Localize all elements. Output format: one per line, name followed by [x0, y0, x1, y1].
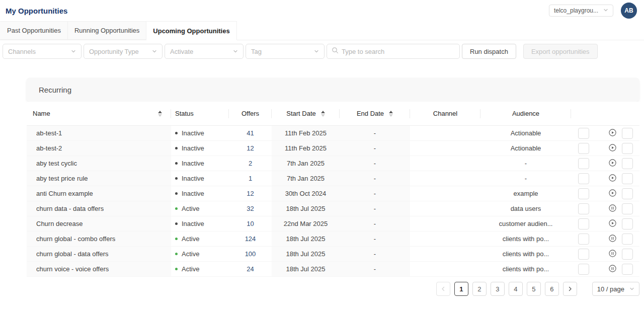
end-date: -: [374, 129, 376, 137]
edit-button[interactable]: [578, 143, 589, 154]
start-date: 18th Jul 2025: [286, 265, 325, 273]
delete-button[interactable]: [593, 218, 604, 229]
run-dispatch-button[interactable]: Run dispatch: [462, 44, 516, 59]
toggle-run-button[interactable]: [607, 173, 618, 184]
opportunities-table: NameStatusOffersStart DateEnd DateChanne…: [27, 102, 639, 277]
page-size-label: 10 / page: [597, 285, 624, 293]
play-circle-icon: [609, 219, 616, 228]
toggle-run-button[interactable]: [607, 249, 618, 260]
toggle-run-button[interactable]: [607, 234, 618, 245]
delete-button[interactable]: [593, 234, 604, 245]
export-opportunities-button: Export opportunities: [523, 44, 598, 59]
delete-button[interactable]: [593, 128, 604, 139]
audience-label: data users: [511, 205, 541, 212]
edit-button[interactable]: [578, 218, 589, 229]
sort-carets-icon[interactable]: [321, 111, 325, 117]
pagination-page-3[interactable]: 3: [491, 282, 505, 296]
offers-count: 41: [247, 129, 254, 137]
duplicate-button[interactable]: [622, 203, 633, 214]
start-date: 18th Jul 2025: [286, 205, 325, 212]
delete-button[interactable]: [593, 143, 604, 154]
edit-button[interactable]: [578, 188, 589, 199]
pagination-page-2[interactable]: 2: [472, 282, 487, 296]
end-date: -: [374, 190, 376, 197]
edit-button[interactable]: [578, 203, 589, 214]
pagination-page-5[interactable]: 5: [527, 282, 541, 296]
edit-button[interactable]: [578, 264, 589, 275]
duplicate-button[interactable]: [622, 234, 633, 245]
edit-button[interactable]: [578, 128, 589, 139]
delete-button[interactable]: [593, 264, 604, 275]
opportunity-name: anti Churn example: [36, 190, 93, 197]
audience-label: Actionable: [511, 144, 541, 152]
pagination-prev-button[interactable]: [436, 282, 450, 296]
search-input[interactable]: [342, 48, 455, 55]
end-date: -: [374, 205, 376, 212]
chevron-down-icon: [603, 7, 608, 14]
toggle-run-button[interactable]: [607, 264, 618, 275]
sort-descending-caret-icon: [158, 114, 162, 117]
delete-button[interactable]: [593, 173, 604, 184]
offers-count: 32: [247, 205, 254, 212]
column-header-name[interactable]: Name: [27, 102, 171, 125]
play-circle-icon: [609, 129, 616, 138]
opportunity-name: churn global - data offers: [36, 250, 109, 258]
pagination-page-6[interactable]: 6: [545, 282, 559, 296]
delete-button[interactable]: [593, 203, 604, 214]
tab-running-opportunities[interactable]: Running Opportunities: [68, 21, 146, 40]
opportunity-name: aby test cyclic: [36, 160, 77, 167]
tab-bar: Past OpportunitiesRunning OpportunitiesU…: [0, 21, 644, 40]
filter-select-activate[interactable]: Activate: [165, 44, 244, 59]
audience-label: -: [525, 175, 527, 182]
duplicate-button[interactable]: [622, 249, 633, 260]
start-date: 18th Jul 2025: [286, 235, 325, 243]
duplicate-button[interactable]: [622, 218, 633, 229]
duplicate-button[interactable]: [622, 173, 633, 184]
pagination-page-4[interactable]: 4: [509, 282, 523, 296]
end-date: -: [374, 175, 376, 182]
sort-carets-icon[interactable]: [389, 111, 393, 117]
filter-select-tag[interactable]: Tag: [246, 44, 325, 59]
page-size-select[interactable]: 10 / page: [592, 282, 639, 296]
audience-label: Actionable: [511, 129, 541, 137]
pagination-page-1[interactable]: 1: [454, 282, 468, 296]
filter-select-opportunity-type[interactable]: Opportunity Type: [84, 44, 163, 59]
filter-select-channels[interactable]: Channels: [3, 44, 82, 59]
status-label: Active: [182, 265, 199, 273]
pause-circle-icon: [609, 265, 616, 274]
toggle-run-button[interactable]: [607, 203, 618, 214]
audience-label: example: [513, 190, 538, 197]
sort-ascending-caret-icon: [158, 111, 162, 113]
duplicate-button[interactable]: [622, 158, 633, 169]
tab-past-opportunities[interactable]: Past Opportunities: [0, 21, 68, 40]
opportunity-name: aby test price rule: [36, 175, 88, 182]
toggle-run-button[interactable]: [607, 218, 618, 229]
delete-button[interactable]: [593, 249, 604, 260]
toggle-run-button[interactable]: [607, 158, 618, 169]
edit-button[interactable]: [578, 249, 589, 260]
start-date: 7th Jan 2025: [287, 160, 325, 167]
workspace-select[interactable]: telco_playgrou...: [549, 5, 613, 17]
duplicate-button[interactable]: [622, 188, 633, 199]
delete-button[interactable]: [593, 158, 604, 169]
edit-button[interactable]: [578, 173, 589, 184]
edit-button[interactable]: [578, 158, 589, 169]
column-header-start[interactable]: Start Date: [272, 102, 340, 125]
toggle-run-button[interactable]: [607, 128, 618, 139]
tab-upcoming-opportunities[interactable]: Upcoming Opportunities: [146, 21, 236, 40]
opportunity-name: ab-test-2: [36, 144, 62, 152]
status-dot: [175, 147, 178, 149]
search-box[interactable]: [327, 44, 460, 59]
edit-button[interactable]: [578, 234, 589, 245]
avatar[interactable]: AB: [621, 3, 637, 19]
chevron-down-icon: [629, 285, 634, 293]
delete-button[interactable]: [593, 188, 604, 199]
pagination-next-button[interactable]: [563, 282, 577, 296]
toggle-run-button[interactable]: [607, 188, 618, 199]
duplicate-button[interactable]: [622, 143, 633, 154]
duplicate-button[interactable]: [622, 128, 633, 139]
sort-carets-icon[interactable]: [158, 111, 162, 117]
column-header-end[interactable]: End Date: [340, 102, 410, 125]
duplicate-button[interactable]: [622, 264, 633, 275]
toggle-run-button[interactable]: [607, 143, 618, 154]
